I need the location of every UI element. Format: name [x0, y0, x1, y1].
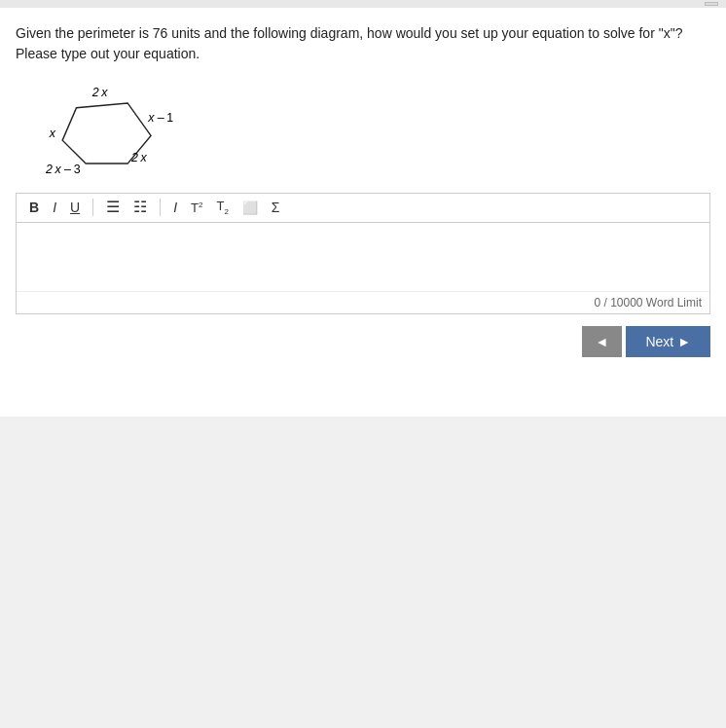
svg-text:x: x [49, 127, 56, 140]
superscript-button[interactable]: T2 [186, 200, 207, 216]
word-count: 0 / 10000 Word Limit [17, 291, 709, 313]
italic2-button[interactable]: I [168, 199, 182, 216]
answer-input[interactable] [17, 223, 709, 291]
image-button[interactable]: ⬜ [237, 200, 263, 216]
svg-text:3: 3 [74, 163, 81, 176]
svg-text:x: x [100, 86, 108, 99]
subscript-button[interactable]: T2 [211, 198, 233, 218]
svg-text:2: 2 [45, 163, 53, 176]
toolbar-divider-2 [160, 199, 161, 216]
diagram: 2 x x – 1 x 2 x 2 x – 3 [31, 80, 187, 177]
toolbar-divider-1 [92, 199, 93, 216]
ordered-list-button[interactable]: ☷ [128, 198, 152, 217]
bold-button[interactable]: B [24, 199, 44, 216]
unordered-list-button[interactable]: ☰ [101, 198, 125, 217]
svg-text:x: x [54, 163, 62, 176]
svg-text:2: 2 [130, 151, 138, 164]
next-button[interactable]: Next ► [626, 326, 710, 357]
svg-text:–: – [158, 111, 164, 125]
svg-text:1: 1 [166, 111, 173, 125]
question-text: Given the perimeter is 76 units and the … [16, 23, 710, 64]
underline-button[interactable]: U [65, 199, 85, 216]
italic-button[interactable]: I [48, 199, 61, 216]
svg-text:2: 2 [91, 86, 99, 99]
lower-area [0, 417, 726, 728]
nav-buttons: ◄ Next ► [16, 314, 710, 357]
editor-toolbar: B I U ☰ ☷ I T2 T2 ⬜ Σ [17, 194, 709, 223]
top-bar-button[interactable] [705, 2, 718, 6]
sigma-button[interactable]: Σ [267, 199, 285, 216]
prev-button[interactable]: ◄ [582, 326, 623, 357]
svg-text:x: x [140, 151, 148, 164]
svg-text:x: x [147, 111, 155, 125]
svg-text:–: – [64, 163, 71, 176]
editor-container: B I U ☰ ☷ I T2 T2 ⬜ Σ 0 / 10000 Word Lim… [16, 193, 710, 314]
